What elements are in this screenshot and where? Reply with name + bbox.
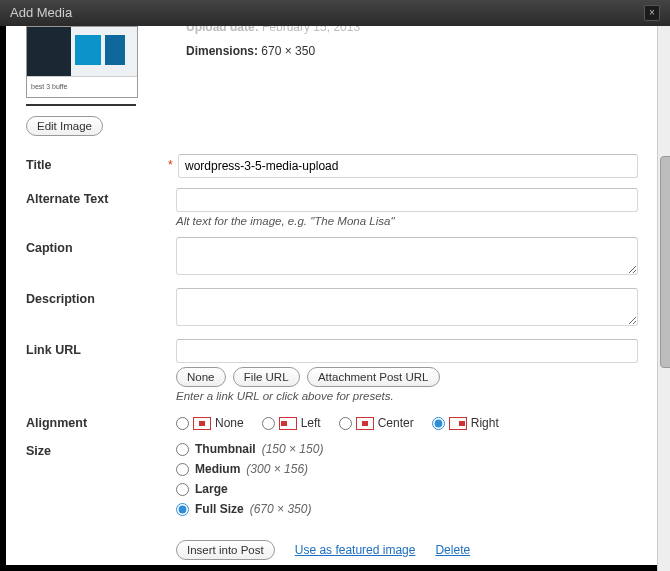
link-url-label: Link URL: [26, 339, 166, 357]
attachment-summary: best 3 buffe Upload date: February 15, 2…: [26, 26, 638, 116]
vertical-scrollbar[interactable]: [657, 26, 670, 571]
size-large-option[interactable]: Large: [176, 482, 638, 496]
caption-textarea[interactable]: [176, 237, 638, 275]
insert-into-post-button[interactable]: Insert into Post: [176, 540, 275, 560]
alt-text-input[interactable]: [176, 188, 638, 212]
alignment-none-radio[interactable]: [176, 417, 189, 430]
align-left-icon: [279, 417, 297, 430]
link-none-button[interactable]: None: [176, 367, 226, 387]
size-medium-option[interactable]: Medium (300 × 156): [176, 462, 638, 476]
add-media-modal: Add Media × best 3 buffe Upload date: Fe…: [0, 0, 670, 571]
delete-link[interactable]: Delete: [435, 543, 470, 557]
upload-date-row: Upload date: February 15, 2013: [186, 26, 638, 34]
alignment-right-option[interactable]: Right: [432, 416, 499, 430]
link-file-url-button[interactable]: File URL: [233, 367, 300, 387]
title-required-indicator: *: [168, 154, 178, 172]
alt-text-hint: Alt text for the image, e.g. "The Mona L…: [176, 215, 638, 227]
size-thumbnail-radio[interactable]: [176, 443, 189, 456]
align-center-icon: [356, 417, 374, 430]
alignment-none-option[interactable]: None: [176, 416, 244, 430]
description-textarea[interactable]: [176, 288, 638, 326]
scrollbar-thumb[interactable]: [660, 156, 670, 368]
attachment-thumbnail: best 3 buffe: [26, 26, 138, 98]
size-medium-radio[interactable]: [176, 463, 189, 476]
modal-header: Add Media ×: [0, 0, 670, 27]
dimensions-label: Dimensions:: [186, 44, 258, 58]
size-full-radio[interactable]: [176, 503, 189, 516]
title-label: Title: [26, 154, 166, 172]
attachment-form: Title * Alternate Text Alt text for the …: [26, 154, 638, 560]
thumbnail-underline: [26, 104, 136, 106]
align-none-icon: [193, 417, 211, 430]
alt-text-label: Alternate Text: [26, 188, 166, 206]
upload-date-label: Upload date:: [186, 26, 259, 34]
alignment-center-option[interactable]: Center: [339, 416, 414, 430]
thumbnail-caption-strip: best 3 buffe: [27, 76, 137, 97]
dimensions-value: 670 × 350: [261, 44, 315, 58]
size-label: Size: [26, 440, 166, 458]
upload-date-value: February 15, 2013: [262, 26, 360, 34]
size-large-radio[interactable]: [176, 483, 189, 496]
title-input[interactable]: [178, 154, 638, 178]
modal-title: Add Media: [10, 0, 72, 26]
alignment-left-option[interactable]: Left: [262, 416, 321, 430]
alignment-label: Alignment: [26, 412, 166, 430]
size-full-option[interactable]: Full Size (670 × 350): [176, 502, 638, 516]
edit-image-button[interactable]: Edit Image: [26, 116, 103, 136]
link-attachment-url-button[interactable]: Attachment Post URL: [307, 367, 440, 387]
link-url-hint: Enter a link URL or click above for pres…: [176, 390, 638, 402]
alignment-center-radio[interactable]: [339, 417, 352, 430]
align-right-icon: [449, 417, 467, 430]
use-as-featured-link[interactable]: Use as featured image: [295, 543, 416, 557]
link-url-input[interactable]: [176, 339, 638, 363]
caption-label: Caption: [26, 237, 166, 255]
alignment-left-radio[interactable]: [262, 417, 275, 430]
close-button[interactable]: ×: [644, 5, 660, 21]
modal-body: best 3 buffe Upload date: February 15, 2…: [0, 26, 658, 571]
close-icon: ×: [649, 0, 655, 26]
alignment-right-radio[interactable]: [432, 417, 445, 430]
size-thumbnail-option[interactable]: Thumbnail (150 × 150): [176, 442, 638, 456]
dimensions-row: Dimensions: 670 × 350: [186, 44, 638, 58]
description-label: Description: [26, 288, 166, 306]
